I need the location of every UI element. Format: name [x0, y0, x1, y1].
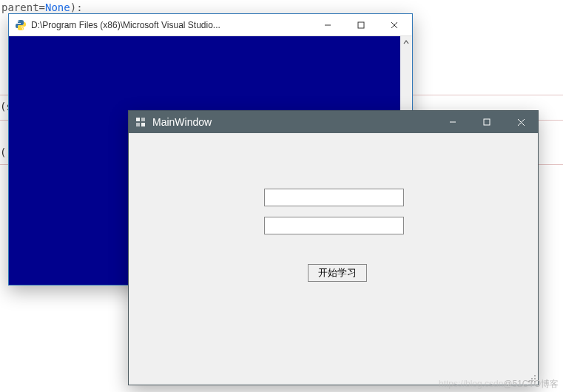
svg-rect-6: [136, 118, 140, 121]
close-button[interactable]: [377, 15, 411, 36]
minimize-button[interactable]: [311, 15, 344, 36]
python-icon: [15, 19, 27, 31]
start-learning-button[interactable]: 开始学习: [308, 264, 367, 282]
svg-point-1: [22, 28, 23, 29]
text-input-2[interactable]: [264, 217, 404, 234]
maximize-button[interactable]: [470, 111, 504, 133]
main-title: MainWindow: [152, 116, 436, 128]
console-titlebar[interactable]: D:\Program Files (x86)\Microsoft Visual …: [9, 14, 412, 36]
close-button[interactable]: [504, 111, 538, 133]
scroll-up-icon[interactable]: [400, 36, 412, 48]
app-icon: [135, 116, 146, 128]
console-title: D:\Program Files (x86)\Microsoft Visual …: [31, 20, 311, 30]
svg-rect-9: [141, 123, 145, 126]
watermark: https://blog.csdn@51CTO博客: [439, 378, 559, 391]
svg-rect-3: [358, 22, 364, 28]
svg-rect-7: [141, 118, 145, 121]
code-text: parent=None):: [1, 1, 83, 13]
svg-point-0: [18, 21, 19, 21]
text-input-1[interactable]: [264, 189, 404, 206]
main-window: MainWindow 开始学习: [128, 110, 539, 385]
main-client-area: 开始学习: [129, 133, 538, 385]
svg-point-14: [534, 375, 536, 376]
maximize-button[interactable]: [344, 15, 377, 36]
svg-rect-11: [484, 119, 490, 125]
svg-rect-8: [136, 123, 140, 126]
main-titlebar[interactable]: MainWindow: [129, 111, 538, 133]
minimize-button[interactable]: [436, 111, 470, 133]
